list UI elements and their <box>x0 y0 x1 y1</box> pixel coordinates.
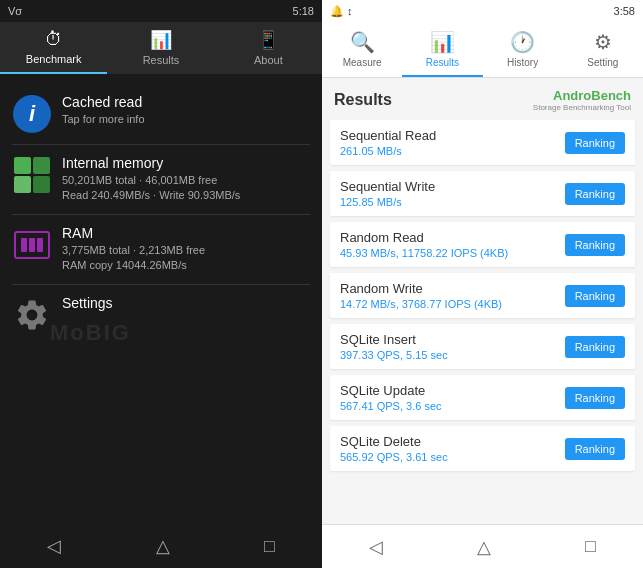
left-status-left: Vσ <box>8 5 22 17</box>
results-tab-icon-right: 📊 <box>430 30 455 54</box>
list-item[interactable]: i Cached read Tap for more info <box>8 84 314 144</box>
ranking-button-rand-read[interactable]: Ranking <box>565 234 625 256</box>
left-content: i Cached read Tap for more info Internal… <box>0 74 322 524</box>
ranking-button-rand-write[interactable]: Ranking <box>565 285 625 307</box>
right-recents-button[interactable]: □ <box>585 536 596 557</box>
result-value-sqlite-delete: 565.92 QPS, 3.61 sec <box>340 451 448 463</box>
ranking-button-sqlite-insert[interactable]: Ranking <box>565 336 625 358</box>
home-button[interactable]: △ <box>156 535 170 557</box>
ranking-button-sqlite-delete[interactable]: Ranking <box>565 438 625 460</box>
ram-subtitle: 3,775MB total · 2,213MB free RAM copy 14… <box>62 243 310 274</box>
result-name-seq-read: Sequential Read <box>340 128 436 143</box>
right-tab-setting[interactable]: ⚙ Setting <box>563 22 643 77</box>
left-tab-benchmark[interactable]: ⏱ Benchmark <box>0 22 107 74</box>
left-tab-about[interactable]: 📱 About <box>215 22 322 74</box>
result-row-sqlite-update: SQLite Update 567.41 QPS, 3.6 sec Rankin… <box>330 375 635 420</box>
result-row-sqlite-delete: SQLite Delete 565.92 QPS, 3.61 sec Ranki… <box>330 426 635 471</box>
left-tab-bar: ⏱ Benchmark 📊 Results 📱 About <box>0 22 322 74</box>
cached-read-subtitle: Tap for more info <box>62 112 310 127</box>
result-row-rand-write: Random Write 14.72 MB/s, 3768.77 IOPS (4… <box>330 273 635 318</box>
right-tab-measure[interactable]: 🔍 Measure <box>322 22 402 77</box>
result-row-seq-write: Sequential Write 125.85 MB/s Ranking <box>330 171 635 216</box>
right-bottom-nav: ◁ △ □ <box>322 524 643 568</box>
settings-icon <box>12 295 52 335</box>
left-tab-results-label: Results <box>143 54 180 66</box>
result-name-rand-read: Random Read <box>340 230 508 245</box>
brand-subtitle: Storage Benchmarking Tool <box>533 103 631 112</box>
result-value-sqlite-update: 567.41 QPS, 3.6 sec <box>340 400 442 412</box>
left-tab-about-label: About <box>254 54 283 66</box>
cached-read-title: Cached read <box>62 94 310 110</box>
right-status-icons: 🔔 ↕ <box>330 5 353 18</box>
right-tab-measure-label: Measure <box>343 57 382 68</box>
ranking-button-seq-write[interactable]: Ranking <box>565 183 625 205</box>
results-tab-icon: 📊 <box>150 29 172 51</box>
right-panel: 🔔 ↕ 3:58 🔍 Measure 📊 Results 🕐 History ⚙… <box>322 0 643 568</box>
right-tab-setting-label: Setting <box>587 57 618 68</box>
left-panel: Vσ 5:18 ⏱ Benchmark 📊 Results 📱 About i … <box>0 0 322 568</box>
left-status-time: 5:18 <box>293 5 314 17</box>
measure-tab-icon: 🔍 <box>350 30 375 54</box>
result-name-rand-write: Random Write <box>340 281 502 296</box>
right-tab-bar: 🔍 Measure 📊 Results 🕐 History ⚙ Setting <box>322 22 643 78</box>
info-icon: i <box>12 94 52 134</box>
internal-memory-text: Internal memory 50,201MB total · 46,001M… <box>62 155 310 204</box>
right-content: Results AndroBench Storage Benchmarking … <box>322 78 643 524</box>
internal-memory-title: Internal memory <box>62 155 310 171</box>
result-value-sqlite-insert: 397.33 QPS, 5.15 sec <box>340 349 448 361</box>
benchmark-tab-icon: ⏱ <box>45 29 63 50</box>
result-name-seq-write: Sequential Write <box>340 179 435 194</box>
settings-text: Settings <box>62 295 310 311</box>
right-tab-history-label: History <box>507 57 538 68</box>
right-tab-results-label: Results <box>426 57 459 68</box>
results-heading: Results <box>334 91 392 109</box>
history-tab-icon: 🕐 <box>510 30 535 54</box>
ram-text: RAM 3,775MB total · 2,213MB free RAM cop… <box>62 225 310 274</box>
internal-memory-subtitle: 50,201MB total · 46,001MB free Read 240.… <box>62 173 310 204</box>
right-home-button[interactable]: △ <box>477 536 491 558</box>
right-tab-history[interactable]: 🕐 History <box>483 22 563 77</box>
memory-icon <box>12 155 52 195</box>
settings-title: Settings <box>62 295 310 311</box>
back-button[interactable]: ◁ <box>47 535 61 557</box>
result-value-seq-write: 125.85 MB/s <box>340 196 435 208</box>
result-value-rand-write: 14.72 MB/s, 3768.77 IOPS (4KB) <box>340 298 502 310</box>
about-tab-icon: 📱 <box>257 29 279 51</box>
result-row-sqlite-insert: SQLite Insert 397.33 QPS, 5.15 sec Ranki… <box>330 324 635 369</box>
left-tab-benchmark-label: Benchmark <box>26 53 82 65</box>
result-row-seq-read: Sequential Read 261.05 MB/s Ranking <box>330 120 635 165</box>
cached-read-text: Cached read Tap for more info <box>62 94 310 127</box>
list-item[interactable]: RAM 3,775MB total · 2,213MB free RAM cop… <box>8 215 314 284</box>
ram-icon <box>12 225 52 265</box>
andro-brand: AndroBench Storage Benchmarking Tool <box>533 88 631 112</box>
brand-name: AndroBench <box>553 88 631 103</box>
left-status-bar: Vσ 5:18 <box>0 0 322 22</box>
result-value-rand-read: 45.93 MB/s, 11758.22 IOPS (4KB) <box>340 247 508 259</box>
result-name-sqlite-update: SQLite Update <box>340 383 442 398</box>
right-back-button[interactable]: ◁ <box>369 536 383 558</box>
left-tab-results[interactable]: 📊 Results <box>107 22 214 74</box>
right-status-time: 3:58 <box>614 5 635 17</box>
ram-title: RAM <box>62 225 310 241</box>
left-bottom-nav: ◁ △ □ <box>0 524 322 568</box>
list-item[interactable]: Settings <box>8 285 314 345</box>
result-name-sqlite-delete: SQLite Delete <box>340 434 448 449</box>
results-header: Results AndroBench Storage Benchmarking … <box>330 78 635 120</box>
ranking-button-seq-read[interactable]: Ranking <box>565 132 625 154</box>
list-item[interactable]: Internal memory 50,201MB total · 46,001M… <box>8 145 314 214</box>
result-row-rand-read: Random Read 45.93 MB/s, 11758.22 IOPS (4… <box>330 222 635 267</box>
recents-button[interactable]: □ <box>264 536 275 557</box>
right-status-bar: 🔔 ↕ 3:58 <box>322 0 643 22</box>
setting-tab-icon: ⚙ <box>594 30 612 54</box>
ranking-button-sqlite-update[interactable]: Ranking <box>565 387 625 409</box>
result-value-seq-read: 261.05 MB/s <box>340 145 436 157</box>
right-tab-results[interactable]: 📊 Results <box>402 22 482 77</box>
result-name-sqlite-insert: SQLite Insert <box>340 332 448 347</box>
